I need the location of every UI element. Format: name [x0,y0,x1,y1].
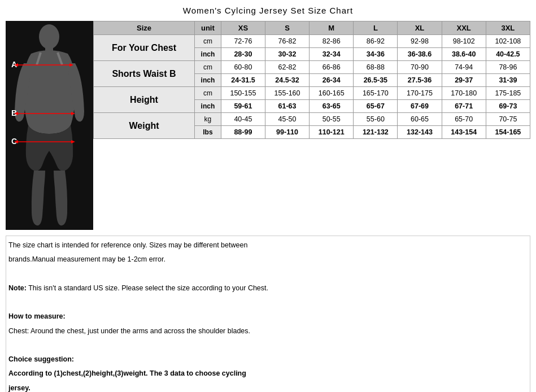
data-cell: 26.5-35 [354,74,398,87]
data-cell: 143-154 [442,126,486,139]
data-cell: 154-165 [486,126,530,139]
note-space [8,297,528,308]
how-to-label: How to measure: [8,311,528,323]
data-cell: 45-50 [265,113,309,126]
data-cell: 24.5-32 [265,74,309,87]
data-cell: 92-98 [398,35,442,48]
notes-area: The size chart is intended for reference… [6,236,530,392]
data-cell: 88-99 [221,126,265,139]
data-cell: 67-69 [398,100,442,113]
table-area: Size unit XS S M L XL XXL 3XL For Your C… [93,21,530,139]
data-cell: 70-75 [486,113,530,126]
how-label: How to measure: [8,312,66,320]
data-cell: 70-90 [398,61,442,74]
data-cell: 170-175 [398,87,442,100]
data-cell: 65-70 [442,113,486,126]
how-text: Chest: Around the chest, just under the … [8,327,250,335]
content-area: A B C Size [6,21,530,230]
data-cell: 32-34 [310,48,354,61]
data-cell: 66-86 [310,61,354,74]
header-s: S [265,21,309,35]
data-cell: 170-180 [442,87,486,100]
choice-text: According to (1)chest,(2)height,(3)weigh… [8,368,528,380]
how-to-text: Chest: Around the chest, just under the … [8,325,528,337]
data-cell: 110-121 [310,126,354,139]
note-text: This isn't a standard US size. Please se… [27,284,268,292]
header-xs: XS [221,21,265,35]
row-label-0: For Your Chest [94,35,195,61]
row-label-2: Height [94,87,195,113]
data-cell: 55-60 [354,113,398,126]
data-cell: 99-110 [265,126,309,139]
data-cell: 82-86 [310,35,354,48]
data-cell: 76-82 [265,35,309,48]
data-cell: 102-108 [486,35,530,48]
header-unit: unit [195,21,221,35]
note-line1: The size chart is intended for reference… [8,239,528,251]
data-cell: 34-36 [354,48,398,61]
size-chart: Size unit XS S M L XL XXL 3XL For Your C… [93,21,530,139]
note-line2: brands.Manual measurement may be 1-2cm e… [8,254,528,265]
data-cell: 38.6-40 [442,48,486,61]
choice-body: According to (1)chest,(2)height,(3)weigh… [8,369,246,377]
unit-cell: cm [195,87,221,100]
header-size: Size [94,21,195,35]
data-cell: 98-102 [442,35,486,48]
data-cell: 31-39 [486,74,530,87]
data-cell: 61-63 [265,100,309,113]
data-cell: 24-31.5 [221,74,265,87]
unit-cell: inch [195,74,221,87]
data-cell: 29-37 [442,74,486,87]
table-row: Heightcm150-155155-160160-165165-170170-… [94,87,530,100]
note-label: Note: [8,284,27,292]
data-cell: 86-92 [354,35,398,48]
data-cell: 160-165 [310,87,354,100]
unit-cell: cm [195,35,221,48]
table-row: Weightkg40-4545-5050-5555-6060-6565-7070… [94,113,530,126]
data-cell: 132-143 [398,126,442,139]
data-cell: 74-94 [442,61,486,74]
data-cell: 67-71 [442,100,486,113]
note-main: Note: This isn't a standard US size. Ple… [8,282,528,294]
header-m: M [310,21,354,35]
unit-cell: cm [195,61,221,74]
data-cell: 121-132 [354,126,398,139]
note-space2 [8,339,528,351]
data-cell: 30-32 [265,48,309,61]
header-xl: XL [398,21,442,35]
page-wrapper: Women's Cylcing Jersey Set Size Chart [0,0,536,392]
page-title: Women's Cylcing Jersey Set Size Chart [6,6,530,15]
data-cell: 62-82 [265,61,309,74]
body-image: A B C [6,21,93,230]
table-row: Shorts Waist Bcm60-8062-8266-8668-8870-9… [94,61,530,74]
data-cell: 68-88 [354,61,398,74]
header-l: L [354,21,398,35]
unit-cell: inch [195,100,221,113]
data-cell: 36-38.6 [398,48,442,61]
header-xxl: XXL [442,21,486,35]
choice-heading: Choice suggestion: [8,355,74,363]
data-cell: 27.5-36 [398,74,442,87]
table-row: For Your Chestcm72-7676-8282-8686-9292-9… [94,35,530,48]
row-label-1: Shorts Waist B [94,61,195,87]
table-header-row: Size unit XS S M L XL XXL 3XL [94,21,530,35]
notes-content: The size chart is intended for reference… [6,236,530,392]
data-cell: 155-160 [265,87,309,100]
data-cell: 150-155 [221,87,265,100]
data-cell: 59-61 [221,100,265,113]
svg-point-1 [39,24,59,49]
data-cell: 175-185 [486,87,530,100]
data-cell: 69-73 [486,100,530,113]
data-cell: 63-65 [310,100,354,113]
data-cell: 40-42.5 [486,48,530,61]
unit-cell: lbs [195,126,221,139]
data-cell: 78-96 [486,61,530,74]
data-cell: 28-30 [221,48,265,61]
unit-cell: kg [195,113,221,126]
data-cell: 165-170 [354,87,398,100]
row-label-3: Weight [94,113,195,139]
choice-body2: jersey. [8,384,30,392]
choice-label: Choice suggestion: [8,354,528,365]
header-3xl: 3XL [486,21,530,35]
data-cell: 60-80 [221,61,265,74]
